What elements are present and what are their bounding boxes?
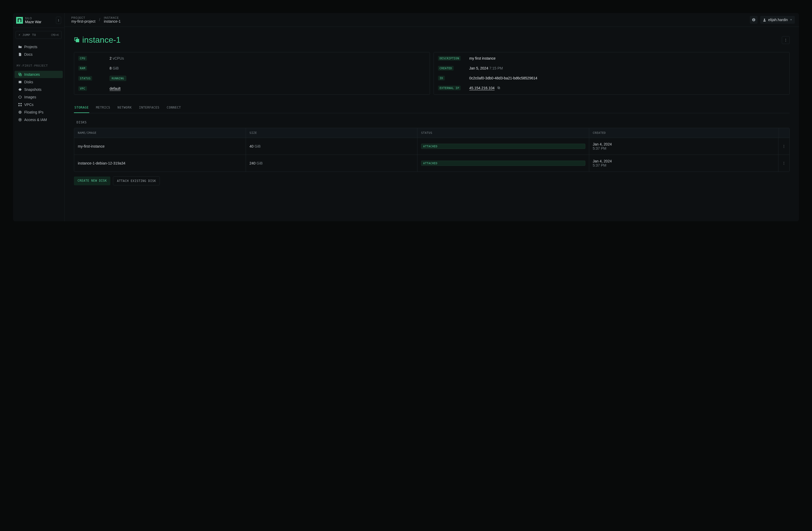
nav-group-top: Projects Docs — [13, 42, 64, 59]
main: PROJECT my-first-project / INSTANCE inst… — [64, 13, 799, 221]
prop-key-tag: DESCRIPTION — [438, 56, 461, 61]
sidebar-item-label: Floating IPs — [24, 110, 43, 114]
disk-actions: CREATE NEW DISK ATTACH EXISTING DISK — [74, 176, 789, 185]
cell-name: my-first-instance — [74, 138, 246, 155]
status-badge: ATTACHED — [421, 144, 585, 149]
page-title-text: instance-1 — [82, 35, 121, 45]
sidebar: SILO Maze War ▲▼ ⚡ JUMP TO CMD+K Project… — [13, 13, 64, 221]
snapshots-icon — [18, 88, 22, 91]
prop-key-tag: EXTERNAL IP — [438, 86, 461, 90]
crumb-value: my-first-project — [71, 19, 96, 24]
sidebar-item-disks[interactable]: Disks — [15, 78, 63, 86]
tab-metrics[interactable]: METRICS — [96, 103, 111, 113]
copy-icon[interactable] — [497, 86, 500, 90]
external-ip-link[interactable]: 45.154.216.104 — [469, 86, 494, 90]
silo-switcher[interactable]: SILO Maze War ▲▼ — [13, 13, 64, 28]
dots-vertical-icon: ⋮ — [784, 38, 787, 42]
status-badge: RUNNING — [110, 76, 126, 81]
info-icon — [752, 18, 755, 21]
jump-to-button[interactable]: ⚡ JUMP TO CMD+K — [16, 31, 62, 39]
breadcrumb-instance[interactable]: INSTANCE instance-1 — [101, 16, 124, 24]
prop-value: 8 GiB — [110, 66, 119, 70]
bolt-icon: ⚡ — [18, 33, 20, 37]
svg-rect-10 — [753, 19, 754, 20]
silo-name: Maze War — [25, 20, 54, 24]
crumb-eyebrow: INSTANCE — [104, 16, 121, 19]
instances-icon — [74, 35, 79, 45]
breadcrumb-project[interactable]: PROJECT my-first-project — [69, 16, 98, 24]
tab-interfaces[interactable]: INTERFACES — [139, 103, 160, 113]
prop-key-tag: CPU — [78, 56, 87, 61]
sidebar-item-access-iam[interactable]: Access & IAM — [15, 116, 63, 124]
prop-key-tag: RAM — [78, 66, 87, 71]
cell-status: ATTACHED — [418, 138, 589, 155]
images-icon — [18, 95, 22, 99]
row-more-button[interactable]: ⋮ — [782, 161, 786, 165]
tabs: STORAGE METRICS NETWORK INTERFACES CONNE… — [74, 103, 789, 113]
sidebar-item-label: Instances — [24, 72, 40, 76]
cell-created: Jan 4, 2024 5:37 PM — [589, 138, 779, 155]
page-more-button[interactable]: ⋮ — [782, 36, 789, 44]
svg-rect-3 — [20, 103, 21, 104]
cell-name: instance-1-debian-12-319a34 — [74, 155, 246, 172]
panel-specs: CPU 2 vCPUs RAM 8 GiB STATUS RUNNING VPC… — [74, 52, 430, 95]
topbar: PROJECT my-first-project / INSTANCE inst… — [64, 13, 799, 27]
prop-value: 0c2c0af0-3db0-48d3-ba21-bd6c58529614 — [469, 76, 537, 80]
tab-storage[interactable]: STORAGE — [74, 103, 89, 113]
table-row: my-first-instance 40 GiB ATTACHED Jan 4,… — [74, 138, 789, 155]
page-title-row: instance-1 ⋮ — [74, 35, 789, 45]
cell-size: 240 GiB — [246, 155, 418, 172]
crumb-value: instance-1 — [104, 19, 121, 24]
sidebar-item-label: Snapshots — [24, 87, 41, 91]
create-new-disk-button[interactable]: CREATE NEW DISK — [74, 176, 110, 185]
user-name: elijah.hardin — [768, 18, 788, 22]
th-actions — [779, 128, 789, 138]
tab-network[interactable]: NETWORK — [117, 103, 132, 113]
folder-icon — [18, 45, 22, 49]
prop-value: Jan 5, 2024 7:15 PM — [469, 66, 503, 70]
tab-connect[interactable]: CONNECT — [166, 103, 182, 113]
cell-status: ATTACHED — [418, 155, 589, 172]
table-row: instance-1-debian-12-319a34 240 GiB ATTA… — [74, 155, 789, 172]
prop-value-link[interactable]: default — [110, 86, 120, 90]
disk-icon — [18, 80, 22, 84]
disks-table: NAME/IMAGE SIZE STATUS CREATED my-first-… — [74, 128, 789, 172]
access-icon — [18, 118, 22, 121]
attach-existing-disk-button[interactable]: ATTACH EXISTING DISK — [113, 176, 160, 185]
row-more-button[interactable]: ⋮ — [782, 144, 786, 148]
cell-size: 40 GiB — [246, 138, 418, 155]
sidebar-item-label: Access & IAM — [24, 118, 47, 122]
sidebar-item-docs[interactable]: Docs — [15, 51, 63, 58]
info-button[interactable] — [750, 16, 758, 24]
th-size: SIZE — [246, 128, 418, 138]
sidebar-item-projects[interactable]: Projects — [15, 43, 63, 51]
user-menu[interactable]: elijah.hardin ▼ — [760, 16, 795, 24]
prop-description: DESCRIPTION my first instance — [434, 53, 789, 63]
sidebar-item-label: Images — [24, 95, 36, 99]
svg-rect-16 — [498, 87, 500, 89]
svg-point-12 — [764, 18, 765, 20]
prop-id: ID 0c2c0af0-3db0-48d3-ba21-bd6c58529614 — [434, 73, 789, 83]
status-badge: ATTACHED — [421, 161, 585, 166]
caret-down-icon: ▼ — [790, 18, 792, 21]
chevron-updown-icon[interactable]: ▲▼ — [56, 17, 61, 24]
sidebar-item-snapshots[interactable]: Snapshots — [15, 86, 63, 93]
sidebar-item-images[interactable]: Images — [15, 94, 63, 101]
sidebar-item-label: Docs — [24, 52, 32, 57]
prop-status: STATUS RUNNING — [74, 73, 430, 84]
user-icon — [763, 18, 766, 21]
sidebar-item-instances[interactable]: Instances — [15, 71, 63, 78]
prop-key-tag: CREATED — [438, 66, 454, 71]
doc-icon — [18, 53, 22, 56]
page-title: instance-1 — [74, 35, 121, 45]
sidebar-item-vpcs[interactable]: VPCs — [15, 101, 63, 108]
prop-key-tag: VPC — [78, 86, 87, 91]
svg-rect-11 — [753, 19, 754, 19]
prop-value: 45.154.216.104 — [469, 86, 500, 90]
prop-cpu: CPU 2 vCPUs — [74, 53, 430, 63]
th-created: CREATED — [589, 128, 779, 138]
svg-rect-4 — [18, 105, 19, 106]
sidebar-item-floating-ips[interactable]: Floating IPs — [15, 109, 63, 116]
prop-ram: RAM 8 GiB — [74, 63, 430, 73]
content: instance-1 ⋮ CPU 2 vCPUs RAM 8 GiB — [64, 27, 799, 193]
